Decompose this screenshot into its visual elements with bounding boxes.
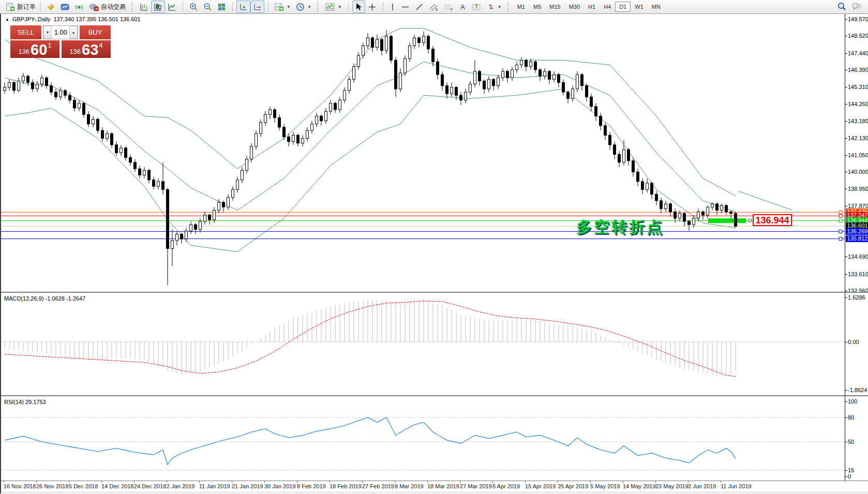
community-chat-icon[interactable] (851, 2, 862, 12)
sell-button[interactable]: SELL (10, 25, 41, 39)
indicators-button[interactable]: ▼ (323, 1, 345, 13)
price-axis-tickmark (845, 87, 847, 87)
candlestick (553, 74, 556, 79)
new-chart-button[interactable]: ▼ (272, 1, 293, 13)
line-handle[interactable] (839, 211, 842, 214)
new-order-button[interactable]: 新订单 (4, 1, 38, 13)
callout-anchor-handle[interactable] (749, 219, 752, 222)
candlestick (669, 204, 672, 212)
timeframe-button-m30[interactable]: M30 (565, 2, 584, 12)
volume-decrease-button[interactable]: ▼ (43, 26, 52, 39)
timeframe-button-m15[interactable]: M15 (545, 2, 564, 12)
timeframe-button-m5[interactable]: M5 (529, 2, 545, 12)
rsi-panel-plot[interactable] (1, 396, 845, 481)
bar-chart-mode-button[interactable] (137, 1, 151, 13)
svg-text:E: E (436, 8, 438, 11)
timeframe-button-h4[interactable]: H4 (600, 2, 615, 12)
candlestick (190, 224, 192, 231)
date-axis[interactable]: 16 Nov 201826 Nov 20185 Dec 201814 Dec 2… (1, 481, 868, 491)
timeframe-button-mn[interactable]: MN (648, 2, 665, 12)
line-handle[interactable] (839, 230, 842, 233)
price-axis[interactable]: 149.570148.520147.440146.390145.310144.2… (845, 14, 868, 292)
market-watch-button[interactable] (44, 1, 58, 13)
chart-title: ▲ GBPJPY-,Daily 137.340 137.395 136.501 … (5, 16, 141, 22)
date-axis-tickmark (460, 481, 460, 483)
buy-button[interactable]: BUY (80, 25, 111, 39)
price-level-label: 135.812 (846, 235, 868, 242)
price-axis-tickmark (845, 36, 847, 36)
zoom-out-button[interactable] (201, 1, 215, 13)
candlestick (660, 201, 663, 208)
support-zone-rect[interactable] (708, 218, 746, 223)
arrows-tool-button[interactable]: ▼ (484, 1, 504, 13)
candlestick (544, 71, 546, 76)
line-handle[interactable] (839, 219, 842, 222)
line-handle[interactable] (839, 214, 842, 217)
candlestick (367, 38, 369, 46)
line-handle[interactable] (839, 237, 842, 241)
turning-point-annotation[interactable]: 多空转折点 (576, 217, 664, 238)
rsi-axis-tickmark (845, 476, 847, 477)
main-chart-plot[interactable] (1, 14, 845, 292)
tile-windows-button[interactable] (215, 1, 229, 13)
macd-axis[interactable]: 1.62860.00-1.8624 (845, 292, 868, 395)
candlestick (18, 81, 20, 91)
candlestick (59, 91, 62, 97)
horizontal-line-tool-button[interactable] (398, 1, 412, 13)
candlestick (92, 119, 95, 124)
line-chart-mode-button[interactable] (165, 1, 179, 13)
rsi-axis-tickmark (845, 417, 847, 418)
text-tool-button[interactable]: A (456, 1, 469, 13)
candlestick (208, 215, 211, 220)
vertical-line-tool-button[interactable] (387, 1, 398, 13)
date-axis-label: 5 May 2019 (590, 483, 620, 489)
candlestick (157, 182, 160, 186)
broadcast-button[interactable] (72, 1, 86, 13)
candlestick (162, 182, 164, 189)
timeframe-button-w1[interactable]: W1 (631, 2, 648, 12)
macd-axis-tick: 1.6286 (848, 294, 865, 301)
timeframe-button-h1[interactable]: H1 (584, 2, 600, 12)
candlestick-mode-button[interactable] (151, 1, 165, 13)
volume-input[interactable]: 1.00 (52, 26, 69, 39)
macd-panel-plot[interactable] (1, 293, 845, 395)
price-axis-tickmark (845, 121, 847, 122)
chart-profiles-button[interactable]: ▼ (293, 1, 314, 13)
timeframe-button-d1[interactable]: D1 (615, 2, 631, 12)
hammer-icon (47, 3, 55, 11)
candlestick (297, 135, 300, 143)
candlestick (530, 62, 532, 66)
zoom-in-button[interactable] (187, 1, 201, 13)
charts-button[interactable] (58, 1, 72, 13)
sell-price-button[interactable]: 136 60 1 (10, 40, 59, 58)
candlestick (264, 114, 267, 122)
candlestick (194, 224, 197, 229)
cursor-tool-button[interactable] (352, 1, 365, 13)
rsi-axis-tick: 80 (848, 414, 854, 421)
auto-scroll-button[interactable] (236, 1, 250, 13)
timeframe-button-m1[interactable]: M1 (513, 2, 529, 12)
equidistant-channel-tool-button[interactable]: E (426, 1, 441, 13)
trendline-tool-button[interactable] (412, 1, 426, 13)
volume-increase-button[interactable]: ▲ (69, 26, 78, 39)
date-axis-tickmark (525, 481, 526, 483)
candlestick (502, 71, 504, 78)
new-order-icon (6, 3, 15, 11)
fibonacci-tool-button[interactable]: F (441, 1, 456, 13)
crosshair-tool-button[interactable] (365, 1, 379, 13)
text-icon: A (459, 3, 467, 11)
candlestick (283, 127, 286, 137)
bollinger-upper-band (5, 28, 736, 196)
price-callout-label[interactable]: 136.944 (753, 214, 792, 226)
autotrading-button[interactable]: 自动交易 (86, 1, 128, 13)
candlestick (181, 234, 183, 239)
chart-shift-button[interactable] (250, 1, 264, 13)
buy-price-button[interactable]: 136 63 4 (62, 40, 111, 58)
candlestick (641, 182, 644, 189)
search-icon[interactable] (837, 2, 846, 12)
rsi-axis[interactable]: 1008050150 (845, 395, 868, 481)
text-label-icon: T (472, 3, 482, 11)
rsi-axis-tickmark (845, 401, 847, 402)
text-label-tool-button[interactable]: T (469, 1, 484, 13)
candlestick (618, 154, 621, 162)
